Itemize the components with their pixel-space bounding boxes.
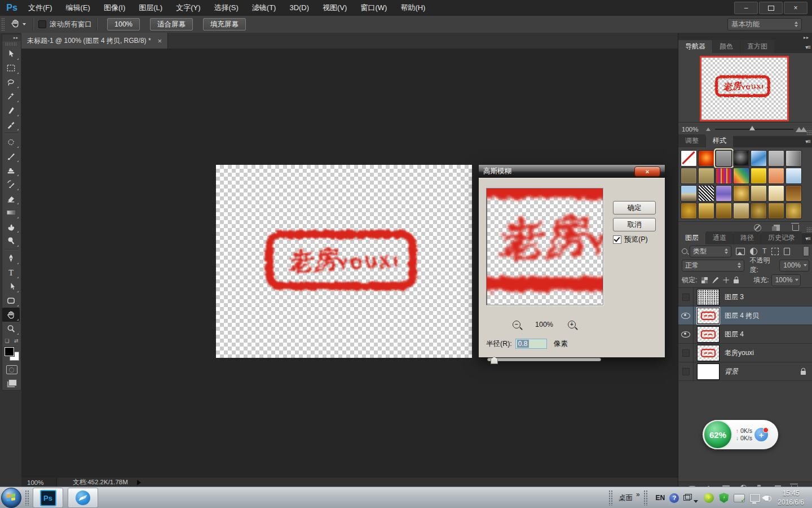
gradient-tool[interactable] <box>2 205 20 220</box>
update-check-tray-icon[interactable] <box>734 494 745 502</box>
menu-item[interactable]: 图像(I) <box>97 0 132 16</box>
ime-restore-icon[interactable] <box>683 495 690 501</box>
menu-item[interactable]: 文字(Y) <box>169 0 207 16</box>
layers-tab[interactable]: 图层 <box>678 231 705 244</box>
quick-mask-button[interactable] <box>6 365 17 374</box>
style-swatch[interactable] <box>768 168 784 184</box>
layers-tab[interactable]: 历史记录 <box>761 231 802 244</box>
layer-name[interactable]: 图层 4 <box>725 330 744 339</box>
workspace-selector[interactable]: 基本功能 <box>727 18 802 30</box>
layer-visibility-empty[interactable] <box>678 288 694 306</box>
zoom-100-button[interactable]: 100% <box>107 18 140 30</box>
zoom-out-icon[interactable]: − <box>513 321 520 329</box>
document-tab[interactable]: 未标题-1 @ 100% (图层 4 拷贝, RGB/8) * × <box>21 33 168 49</box>
start-button[interactable] <box>1 488 21 508</box>
layer-visibility-empty[interactable] <box>678 362 694 380</box>
lock-transparency-icon[interactable] <box>701 277 708 283</box>
navigator-preview[interactable]: 老房 YOUXI <box>700 56 789 121</box>
fill-dropdown[interactable]: 100% <box>771 274 801 286</box>
show-hidden-icons[interactable] <box>694 500 698 503</box>
menu-item[interactable]: 选择(S) <box>207 0 245 16</box>
desktop-toolbar-label[interactable]: 桌面 <box>619 493 633 503</box>
style-swatch[interactable] <box>698 168 714 184</box>
desktop-chevron[interactable]: » <box>636 491 640 498</box>
style-swatch[interactable] <box>785 185 802 202</box>
style-swatch[interactable] <box>733 185 749 202</box>
fit-screen-button[interactable]: 适合屏幕 <box>150 18 193 30</box>
style-swatch[interactable] <box>785 150 802 167</box>
toolbox-collapse[interactable]: ▸▸ <box>2 34 21 41</box>
style-swatch[interactable] <box>698 185 714 202</box>
preview-checkbox[interactable] <box>613 235 621 244</box>
zoom-tool[interactable] <box>2 322 20 336</box>
layer-row[interactable]: 图层 4 <box>678 325 812 344</box>
navigator-tab[interactable]: 颜色 <box>713 40 740 53</box>
marquee-tool[interactable] <box>2 61 20 75</box>
menu-item[interactable]: 编辑(E) <box>59 0 97 16</box>
layer-visibility-eye-icon[interactable] <box>678 306 694 325</box>
security-shield-tray-icon[interactable] <box>719 493 729 503</box>
healing-brush-tool[interactable] <box>2 135 20 149</box>
eyedropper-tool[interactable] <box>2 117 20 132</box>
menu-item[interactable]: 3D(D) <box>283 0 316 16</box>
style-swatch[interactable] <box>785 168 802 184</box>
taskbar-clock[interactable]: 15:45 2016/6/6 <box>778 489 804 507</box>
magic-wand-tool[interactable] <box>2 89 20 103</box>
menu-item[interactable]: 帮助(H) <box>394 0 432 16</box>
fill-screen-button[interactable]: 填充屏幕 <box>203 18 246 30</box>
navigator-slider-thumb[interactable] <box>749 126 755 130</box>
layer-row[interactable]: 老房youxi <box>678 344 812 362</box>
layer-name[interactable]: 老房youxi <box>725 348 754 358</box>
style-swatch[interactable] <box>681 168 697 184</box>
zoom-in-large-icon[interactable] <box>798 127 807 132</box>
delete-style-icon[interactable] <box>792 225 799 231</box>
panel-resize-grip[interactable] <box>806 130 812 135</box>
antivirus-tray-icon[interactable] <box>704 493 714 503</box>
shape-tool[interactable] <box>2 294 20 308</box>
styles-tab[interactable]: 调整 <box>678 134 705 147</box>
clear-style-icon[interactable] <box>754 224 761 231</box>
layers-tab[interactable]: 路径 <box>734 231 761 244</box>
style-swatch[interactable] <box>716 150 732 167</box>
dodge-tool[interactable] <box>2 234 20 248</box>
volume-tray-icon[interactable] <box>765 496 769 501</box>
layer-thumbnail[interactable] <box>697 308 720 324</box>
memory-percent-ball[interactable]: 62% <box>703 420 732 449</box>
tab-close-icon[interactable]: × <box>158 37 162 45</box>
styles-tab[interactable]: 样式 <box>706 134 733 147</box>
radius-slider[interactable] <box>487 357 600 364</box>
style-swatch[interactable] <box>768 150 784 167</box>
style-swatch[interactable] <box>733 168 749 184</box>
navigator-zoom-value[interactable]: 100% <box>682 126 698 133</box>
style-swatch[interactable] <box>751 168 767 184</box>
clone-stamp-tool[interactable] <box>2 163 20 177</box>
lock-pixels-icon[interactable] <box>712 277 718 283</box>
close-button[interactable]: × <box>784 2 807 14</box>
filter-type-dropdown[interactable]: 类型 <box>690 246 731 257</box>
menu-item[interactable]: 视图(V) <box>316 0 354 16</box>
status-zoom[interactable]: 100% <box>21 478 57 487</box>
menu-item[interactable]: 滤镜(T) <box>245 0 283 16</box>
floating-speed-widget[interactable]: 62% ↑0K/s ↓0K/s + <box>703 420 778 449</box>
zoom-in-icon[interactable]: + <box>568 321 576 329</box>
layers-tab[interactable]: 通道 <box>706 231 733 244</box>
filter-type-layers-icon[interactable]: T <box>762 247 766 255</box>
history-brush-tool[interactable] <box>2 177 20 191</box>
style-swatch[interactable] <box>681 185 697 202</box>
document-canvas[interactable]: 老房 YOUXI <box>216 165 472 358</box>
ime-help-icon[interactable]: ? <box>669 493 679 503</box>
taskbar-photoshop-button[interactable]: Ps <box>33 488 63 508</box>
layer-thumbnail[interactable] <box>697 326 720 343</box>
blend-mode-dropdown[interactable]: 正常 <box>682 260 744 271</box>
type-tool[interactable]: T <box>2 265 20 279</box>
filter-pixel-layers-icon[interactable] <box>736 248 745 255</box>
layer-thumbnail[interactable] <box>697 289 720 305</box>
dialog-title-bar[interactable]: 高斯模糊 × <box>479 165 665 178</box>
style-swatch[interactable] <box>733 150 749 167</box>
style-swatch[interactable] <box>716 203 732 219</box>
language-indicator[interactable]: EN <box>656 494 665 502</box>
zoom-out-small-icon[interactable] <box>706 128 710 131</box>
network-tray-icon[interactable] <box>750 494 760 502</box>
lasso-tool[interactable] <box>2 75 20 89</box>
lock-all-icon[interactable] <box>734 277 739 283</box>
